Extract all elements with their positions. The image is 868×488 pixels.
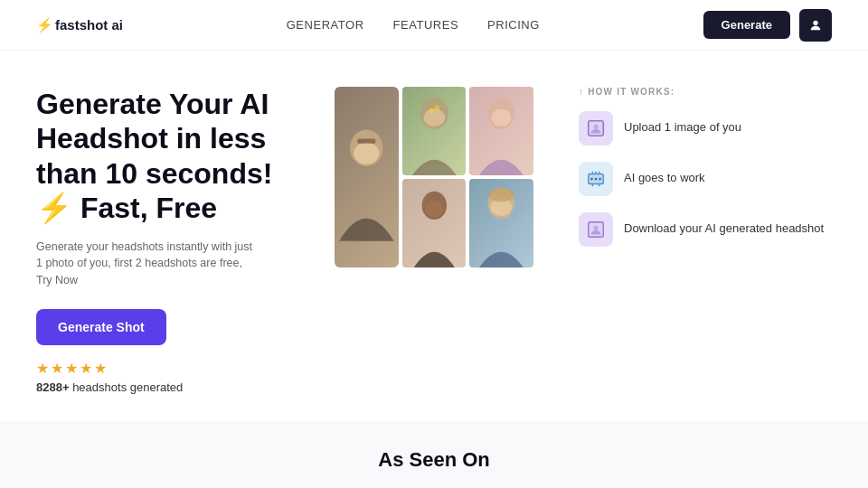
svg-point-19 bbox=[595, 178, 598, 181]
generate-shot-button[interactable]: Generate Shot bbox=[36, 309, 166, 345]
nav-pricing[interactable]: PRICING bbox=[487, 18, 540, 32]
person-silhouette-4 bbox=[402, 179, 467, 267]
step-3-text: Download your AI generated headshot bbox=[624, 212, 824, 237]
nav-generator[interactable]: GENERATOR bbox=[287, 18, 364, 32]
step-2: AI goes to work bbox=[579, 162, 832, 196]
step-2-icon bbox=[579, 162, 613, 196]
headshot-image-3 bbox=[469, 87, 533, 175]
step-3: Download your AI generated headshot bbox=[579, 212, 832, 247]
svg-point-14 bbox=[489, 188, 514, 202]
download-icon bbox=[586, 220, 606, 239]
bolt-icon: ⚡ bbox=[36, 17, 53, 33]
star-rating: ★★★★★ bbox=[36, 360, 307, 377]
hero-image-grid bbox=[335, 87, 533, 267]
nav-links: GENERATOR FEATURES PRICING bbox=[287, 18, 540, 32]
person-silhouette-5 bbox=[469, 179, 533, 267]
nav-features[interactable]: FEATURES bbox=[393, 18, 459, 32]
headshot-image-4 bbox=[402, 179, 467, 267]
person-silhouette-2 bbox=[335, 87, 399, 267]
ai-icon bbox=[586, 169, 606, 189]
step-1: Upload 1 image of you bbox=[579, 111, 832, 145]
as-seen-on-section: As Seen On Forbes 40 under 40 WOMEN IN B… bbox=[0, 421, 868, 488]
person-silhouette-3 bbox=[469, 87, 533, 175]
generate-nav-button[interactable]: Generate bbox=[703, 11, 790, 39]
headshots-label: headshots generated bbox=[72, 380, 183, 394]
svg-point-20 bbox=[599, 178, 601, 181]
svg-point-18 bbox=[590, 178, 593, 181]
how-it-works-label: ↑ HOW IT WORKS: bbox=[579, 87, 832, 97]
svg-point-4 bbox=[434, 106, 439, 111]
svg-point-3 bbox=[429, 108, 434, 114]
upload-icon bbox=[586, 118, 606, 138]
logo-text: fastshot ai bbox=[55, 17, 123, 33]
step-1-icon bbox=[579, 111, 613, 145]
person-silhouette-1 bbox=[402, 87, 467, 175]
svg-point-11 bbox=[425, 202, 443, 218]
nav-actions: Generate bbox=[703, 9, 832, 42]
headshots-count: 8288+ headshots generated bbox=[36, 380, 307, 394]
headshot-image-2 bbox=[335, 87, 399, 267]
how-it-works-section: ↑ HOW IT WORKS: Upload 1 image of you bbox=[561, 87, 832, 263]
hero-content: Generate Your AI Headshot in less than 1… bbox=[36, 87, 307, 394]
user-icon bbox=[808, 18, 823, 33]
logo[interactable]: ⚡ fastshot ai bbox=[36, 17, 123, 33]
svg-point-27 bbox=[593, 225, 599, 230]
step-1-text: Upload 1 image of you bbox=[624, 111, 741, 136]
svg-rect-7 bbox=[357, 139, 375, 144]
step-3-icon bbox=[579, 212, 613, 247]
step-2-text: AI goes to work bbox=[624, 162, 705, 186]
svg-point-2 bbox=[423, 109, 445, 127]
headshot-image-1 bbox=[402, 87, 467, 175]
svg-point-6 bbox=[354, 143, 379, 164]
hero-subtitle: Generate your headshots instantly with j… bbox=[36, 239, 253, 289]
navbar: ⚡ fastshot ai GENERATOR FEATURES PRICING… bbox=[0, 0, 868, 51]
hero-title: Generate Your AI Headshot in less than 1… bbox=[36, 87, 307, 226]
headshot-image-5 bbox=[469, 179, 533, 267]
svg-point-9 bbox=[492, 109, 512, 127]
headshots-number: 8288+ bbox=[36, 380, 70, 394]
user-button[interactable] bbox=[799, 9, 832, 42]
hero-section: Generate Your AI Headshot in less than 1… bbox=[0, 51, 868, 421]
svg-point-0 bbox=[813, 20, 817, 24]
svg-point-16 bbox=[593, 124, 599, 129]
as-seen-title: As Seen On bbox=[36, 448, 832, 472]
